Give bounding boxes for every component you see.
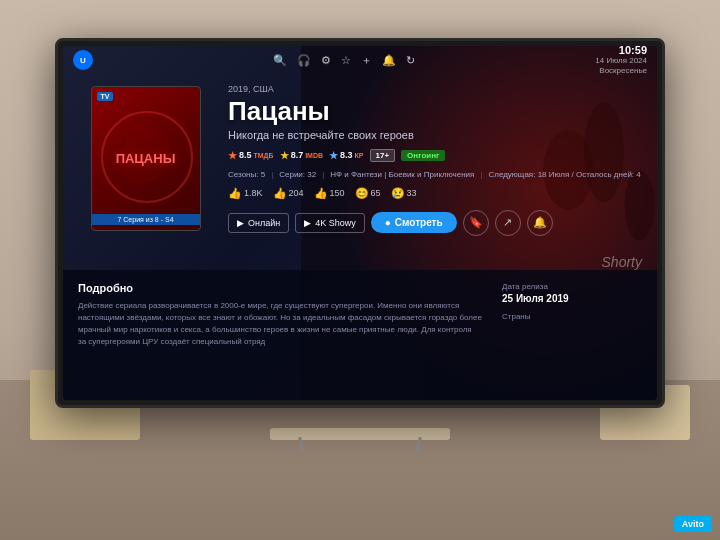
- headphones-icon[interactable]: 🎧: [297, 54, 311, 67]
- play-icon-showy: ▶: [304, 218, 311, 228]
- rating-tmdб: ★ 8.5 ТМДБ: [228, 150, 274, 161]
- app-logo-icon: U: [73, 50, 93, 70]
- ratings-row: ★ 8.5 ТМДБ ★ 8.7 IMDB ★ 8.3 КР 17+: [228, 149, 642, 162]
- release-date-label: Дата релиза: [502, 282, 642, 291]
- poster-tv-label: TV: [97, 92, 114, 101]
- action-buttons-row: ▶ Онлайн ▶ 4K Showy ● Смотреть 🔖 ↗ 🔔: [228, 210, 642, 236]
- poster-episode: 7 Серия из 8 - S4: [92, 214, 200, 225]
- bell-icon[interactable]: 🔔: [382, 54, 396, 67]
- reactions-row: 👍 1.8K 👍 204 👍 150 😊 65: [228, 187, 642, 200]
- seasons-meta: Сезоны: 5: [228, 170, 265, 179]
- star-icon[interactable]: ☆: [341, 54, 351, 67]
- rating-imdb: ★ 8.7 IMDB: [280, 150, 323, 161]
- reaction-5: 😢 33: [391, 187, 417, 200]
- next-episode-meta: Следующая: 18 Июля / Осталось дней: 4: [488, 170, 640, 179]
- tv-screen: U 🔍 🎧 ⚙ ☆ ＋ 🔔 ↻ 10:59 14 Июля 2024 Воскр…: [63, 46, 657, 400]
- reaction-4: 😊 65: [355, 187, 381, 200]
- date-display: 14 Июля 2024 Воскресенье: [595, 56, 647, 75]
- share-button[interactable]: ↗: [495, 210, 521, 236]
- refresh-icon[interactable]: ↻: [406, 54, 415, 67]
- reaction-1: 👍 1.8K: [228, 187, 263, 200]
- online-button[interactable]: ▶ Онлайн: [228, 213, 289, 233]
- show-tagline: Никогда не встречайте своих героев: [228, 129, 642, 141]
- show-title: Пацаны: [228, 97, 642, 126]
- description-text: Действие сериала разворачивается в 2000-…: [78, 300, 482, 348]
- description-section-title: Подробно: [78, 282, 482, 294]
- release-column: Дата релиза 25 Июля 2019 Страны: [502, 282, 642, 388]
- release-date-value: 25 Июля 2019: [502, 293, 642, 304]
- show-poster: TV ПАЦАНЫ 7 Серия из 8 - S4: [91, 86, 201, 231]
- status-badge: Онгоинг: [401, 150, 445, 161]
- top-icons-group: 🔍 🎧 ⚙ ☆ ＋ 🔔 ↻: [273, 53, 415, 68]
- top-bar: U 🔍 🎧 ⚙ ☆ ＋ 🔔 ↻ 10:59 14 Июля 2024 Воскр…: [63, 46, 657, 74]
- reaction-2: 👍 204: [273, 187, 304, 200]
- search-icon[interactable]: 🔍: [273, 54, 287, 67]
- watch-button[interactable]: ● Смотреть: [371, 212, 457, 233]
- showy-button[interactable]: ▶ 4K Showy: [295, 213, 365, 233]
- countries-label: Страны: [502, 312, 642, 321]
- meta-info-row: Сезоны: 5 | Серии: 32 | НФ и Фантези | Б…: [228, 170, 642, 179]
- shorty-watermark: Shorty: [602, 254, 642, 270]
- notification-button[interactable]: 🔔: [527, 210, 553, 236]
- rating-kr: ★ 8.3 КР: [329, 150, 363, 161]
- reaction-3: 👍 150: [314, 187, 345, 200]
- tv-outer-frame: U 🔍 🎧 ⚙ ☆ ＋ 🔔 ↻ 10:59 14 Июля 2024 Воскр…: [55, 38, 665, 408]
- avito-badge: Avito: [674, 516, 712, 532]
- top-left-section: U: [73, 50, 93, 70]
- plus-icon[interactable]: ＋: [361, 53, 372, 68]
- play-icon: ▶: [237, 218, 244, 228]
- top-right-section: 10:59 14 Июля 2024 Воскресенье: [595, 46, 647, 76]
- circle-play-icon: ●: [385, 217, 391, 228]
- age-rating-badge: 17+: [370, 149, 396, 162]
- bookmark-button[interactable]: 🔖: [463, 210, 489, 236]
- year-country: 2019, США: [228, 84, 642, 94]
- poster-title: ПАЦАНЫ: [111, 146, 181, 171]
- clock-display: 10:59: [595, 46, 647, 56]
- tv-stand: [270, 428, 450, 440]
- settings-icon[interactable]: ⚙: [321, 54, 331, 67]
- genres-meta: НФ и Фантези | Боевик и Приключения: [330, 170, 474, 179]
- episodes-meta: Серии: 32: [279, 170, 316, 179]
- bottom-section: Подробно Действие сериала разворачиваетс…: [63, 270, 657, 400]
- description-column: Подробно Действие сериала разворачиваетс…: [78, 282, 482, 388]
